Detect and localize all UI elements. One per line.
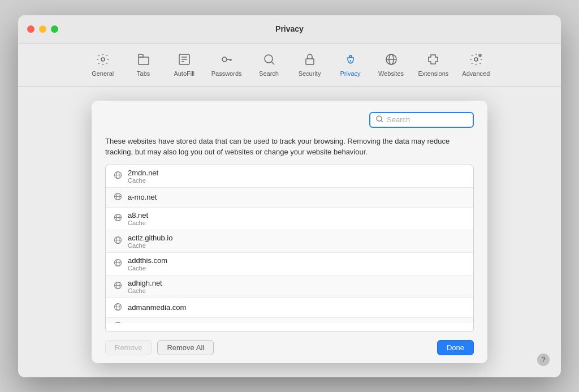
site-info: addthis.comCache xyxy=(128,256,167,272)
site-name: actlz.github.io xyxy=(128,234,173,242)
remove-all-button[interactable]: Remove All xyxy=(157,340,214,355)
advanced-icon xyxy=(469,53,483,68)
title-bar: Privacy xyxy=(18,15,561,44)
close-button[interactable] xyxy=(27,25,34,33)
site-info: adhigh.netCache xyxy=(128,279,162,294)
search-box[interactable] xyxy=(369,112,474,128)
toolbar-item-passwords[interactable]: Passwords xyxy=(206,49,248,80)
dialog-footer: Remove Remove All Done xyxy=(92,332,487,363)
globe-icon xyxy=(114,281,122,291)
site-name: admixer.net xyxy=(128,322,166,330)
search-icon xyxy=(376,115,383,124)
toolbar-item-security[interactable]: Security xyxy=(291,49,329,80)
svg-point-44 xyxy=(116,322,119,329)
svg-point-7 xyxy=(222,57,227,62)
svg-point-20 xyxy=(377,116,382,121)
autofill-icon xyxy=(178,53,191,68)
globe-icon xyxy=(114,321,122,331)
site-info: a8.netCache xyxy=(128,211,148,226)
svg-rect-13 xyxy=(306,59,314,64)
window-controls xyxy=(27,25,58,33)
passwords-label: Passwords xyxy=(211,70,242,77)
toolbar-item-autofill[interactable]: AutoFill xyxy=(165,49,204,80)
search-label: Search xyxy=(259,70,279,77)
site-name: a-mo.net xyxy=(128,193,157,201)
list-item[interactable]: admanmedia.com xyxy=(106,298,473,318)
site-name: admanmedia.com xyxy=(128,303,186,312)
tabs-icon xyxy=(137,53,150,68)
site-sub: Cache xyxy=(128,287,162,294)
site-info: admixer.net xyxy=(128,322,166,330)
list-item[interactable]: 2mdn.netCache xyxy=(106,165,473,188)
svg-point-18 xyxy=(474,58,478,61)
advanced-label: Advanced xyxy=(462,70,490,77)
site-name: addthis.com xyxy=(128,256,167,265)
search-input[interactable] xyxy=(387,115,467,124)
site-name: adhigh.net xyxy=(128,279,162,287)
toolbar-item-websites[interactable]: Websites xyxy=(372,49,411,80)
site-sub: Cache xyxy=(128,177,158,184)
site-info: a-mo.net xyxy=(128,193,157,201)
tabs-label: Tabs xyxy=(137,70,150,77)
globe-icon xyxy=(114,259,122,269)
extensions-label: Extensions xyxy=(418,70,449,77)
website-list: 2mdn.netCache a-mo.net a8.netCache actlz… xyxy=(105,165,474,332)
toolbar-item-advanced[interactable]: Advanced xyxy=(456,49,495,80)
globe-icon xyxy=(114,213,122,223)
dialog-description: These websites have stored data that can… xyxy=(92,128,487,165)
search-toolbar-icon xyxy=(262,53,276,68)
autofill-label: AutoFill xyxy=(174,70,195,77)
svg-point-11 xyxy=(265,55,273,63)
list-item[interactable]: actlz.github.ioCache xyxy=(106,230,473,253)
toolbar: General Tabs AutoFill xyxy=(18,44,561,87)
toolbar-item-privacy[interactable]: Privacy xyxy=(331,49,370,80)
security-label: Security xyxy=(299,70,321,77)
globe-icon xyxy=(114,236,122,246)
svg-point-19 xyxy=(478,54,482,57)
remove-button[interactable]: Remove xyxy=(105,340,152,355)
globe-icon xyxy=(114,303,122,313)
svg-rect-2 xyxy=(139,57,149,64)
toolbar-item-tabs[interactable]: Tabs xyxy=(124,49,163,80)
main-window: Privacy General Tabs xyxy=(18,15,561,377)
site-info: actlz.github.ioCache xyxy=(128,234,173,249)
list-item[interactable]: addthis.comCache xyxy=(106,253,473,275)
general-icon xyxy=(96,53,110,68)
help-button[interactable]: ? xyxy=(537,354,550,366)
site-sub: Cache xyxy=(128,219,148,226)
globe-icon xyxy=(114,192,122,203)
websites-label: Websites xyxy=(378,70,404,77)
window-title: Privacy xyxy=(275,24,304,33)
description-text: These websites have stored data that can… xyxy=(105,137,450,157)
dialog-header xyxy=(92,101,487,128)
list-item[interactable]: a-mo.net xyxy=(106,188,473,208)
general-label: General xyxy=(92,70,114,77)
minimize-button[interactable] xyxy=(39,25,46,33)
security-icon xyxy=(303,53,317,68)
globe-icon xyxy=(114,171,122,181)
site-name: 2mdn.net xyxy=(128,169,158,177)
websites-icon xyxy=(384,53,398,68)
help-icon: ? xyxy=(541,355,545,364)
toolbar-item-search[interactable]: Search xyxy=(250,49,288,80)
site-sub: Cache xyxy=(128,265,167,272)
privacy-dialog: These websites have stored data that can… xyxy=(92,101,487,363)
toolbar-item-general[interactable]: General xyxy=(84,49,122,80)
site-info: admanmedia.com xyxy=(128,303,186,312)
svg-point-43 xyxy=(115,322,122,329)
svg-point-0 xyxy=(101,58,105,61)
toolbar-item-extensions[interactable]: Extensions xyxy=(413,49,455,80)
site-sub: Cache xyxy=(128,242,173,249)
privacy-label: Privacy xyxy=(340,70,360,77)
list-item[interactable]: a8.netCache xyxy=(106,208,473,230)
done-button[interactable]: Done xyxy=(437,340,474,355)
svg-line-21 xyxy=(381,120,383,122)
svg-line-12 xyxy=(271,62,274,64)
main-content: These websites have stored data that can… xyxy=(18,87,561,377)
maximize-button[interactable] xyxy=(51,25,58,33)
list-item[interactable]: admixer.net xyxy=(106,318,473,331)
footer-left-buttons: Remove Remove All xyxy=(105,340,214,355)
extensions-icon xyxy=(426,53,440,68)
list-item[interactable]: adhigh.netCache xyxy=(106,275,473,298)
privacy-icon xyxy=(344,53,357,68)
